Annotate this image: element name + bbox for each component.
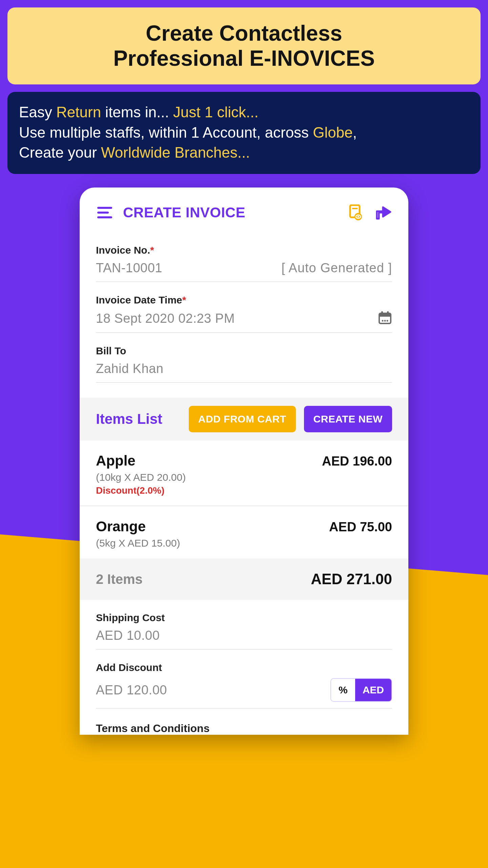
item-discount: Discount(2.0%) [96, 485, 392, 496]
menu-icon[interactable] [96, 204, 114, 221]
share-icon[interactable] [374, 204, 392, 221]
add-from-cart-button[interactable]: ADD FROM CART [189, 406, 296, 432]
discount-currency-option[interactable]: AED [355, 679, 391, 701]
bill-to-value: Zahid Khan [96, 361, 163, 376]
item-row[interactable]: Apple AED 196.00 (10kg X AED 20.00) Disc… [80, 440, 408, 506]
items-count: 2 Items [96, 572, 143, 587]
auto-generated-note: [ Auto Generated ] [282, 261, 392, 275]
discount-percent-option[interactable]: % [331, 679, 355, 701]
bill-to-field[interactable]: Bill To Zahid Khan [96, 333, 392, 383]
svg-point-12 [382, 320, 384, 322]
discount-value: AED 120.00 [96, 683, 167, 697]
discount-unit-toggle[interactable]: % AED [330, 678, 392, 702]
svg-rect-1 [97, 212, 109, 214]
item-name: Apple [96, 453, 136, 469]
svg-rect-2 [97, 216, 112, 218]
items-list-title: Items List [96, 411, 181, 427]
items-bar: Items List ADD FROM CART CREATE NEW [80, 398, 408, 440]
item-sub: (5kg X AED 15.00) [96, 537, 392, 549]
invoice-no-field[interactable]: Invoice No.* TAN-10001 [ Auto Generated … [96, 232, 392, 282]
shipping-cost-field[interactable]: Shipping Cost AED 10.00 [96, 600, 392, 650]
add-discount-field[interactable]: Add Discount AED 120.00 % AED [96, 650, 392, 709]
invoice-datetime-field[interactable]: Invoice Date Time* 18 Sept 2020 02:23 PM [96, 282, 392, 333]
svg-rect-10 [381, 311, 383, 315]
items-total: AED 271.00 [311, 571, 392, 588]
app-card: CREATE INVOICE Invoice No.* TAN-10001 [ … [80, 188, 408, 735]
calendar-icon[interactable] [378, 311, 392, 326]
svg-rect-9 [379, 313, 391, 317]
item-price: AED 75.00 [329, 520, 392, 534]
totals-bar: 2 Items AED 271.00 [80, 558, 408, 600]
preview-icon[interactable] [347, 204, 365, 221]
svg-point-14 [387, 320, 388, 322]
item-name: Orange [96, 518, 146, 535]
invoice-no-value: TAN-10001 [96, 261, 162, 275]
promo-banner-yellow: Create Contactless Professional E-INOVIC… [7, 7, 481, 84]
svg-point-7 [358, 216, 359, 218]
promo-banner-blue: Easy Return items in... Just 1 click... … [7, 92, 481, 174]
create-new-button[interactable]: CREATE NEW [304, 406, 392, 432]
promo-headline: Create Contactless Professional E-INOVIC… [14, 21, 474, 71]
page-title: CREATE INVOICE [123, 204, 338, 221]
item-row[interactable]: Orange AED 75.00 (5kg X AED 15.00) [80, 506, 408, 558]
item-sub: (10kg X AED 20.00) [96, 472, 392, 483]
svg-point-13 [384, 320, 386, 322]
svg-rect-0 [97, 207, 112, 209]
shipping-cost-value: AED 10.00 [96, 628, 160, 643]
terms-label[interactable]: Terms and Conditions [80, 709, 408, 735]
svg-rect-11 [387, 311, 389, 315]
item-price: AED 196.00 [322, 454, 392, 469]
app-header: CREATE INVOICE [80, 188, 408, 232]
invoice-datetime-value: 18 Sept 2020 02:23 PM [96, 311, 235, 326]
